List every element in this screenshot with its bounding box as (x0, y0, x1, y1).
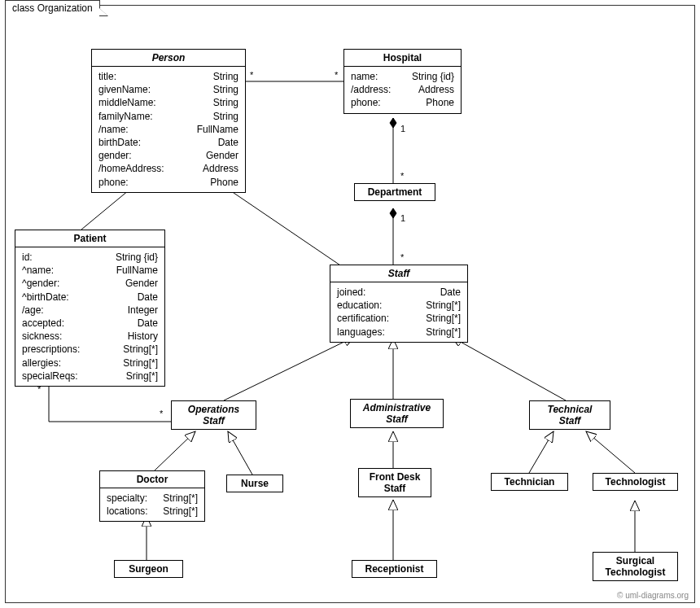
attr-row: joined:Date (337, 286, 461, 299)
class-administrative-staff-title: Administrative Staff (351, 400, 443, 427)
class-doctor-title: Doctor (100, 471, 204, 488)
class-front-desk-staff: Front Desk Staff (358, 468, 431, 497)
class-staff-title: Staff (330, 265, 467, 282)
class-department-title: Department (355, 184, 435, 200)
class-hospital: Hospital name:String {id}/address:Addres… (343, 49, 462, 114)
attr-row: title:String (98, 70, 238, 83)
diagram-frame: class Organization (0, 0, 700, 608)
class-technician: Technician (491, 473, 568, 491)
attr-row: middleName:String (98, 96, 238, 109)
attr-row: ^gender:Gender (22, 277, 158, 290)
attr-row: familyName:String (98, 110, 238, 123)
attr-row: education:String[*] (337, 299, 461, 312)
mult-dept-staff-n: * (400, 252, 404, 262)
class-hospital-title: Hospital (344, 50, 461, 67)
attr-row: birthDate:Date (98, 136, 238, 149)
class-technical-staff-title: Technical Staff (530, 401, 610, 429)
frame-label-text: class Organization (12, 2, 93, 14)
class-department: Department (354, 183, 435, 201)
mult-hosp-dept-n: * (400, 171, 404, 181)
attr-row: prescriptions:String[*] (22, 343, 158, 356)
class-patient: Patient id:String {id}^name:FullName^gen… (15, 230, 165, 387)
mult-patient-ops-right: * (160, 409, 163, 418)
class-surgeon-title: Surgeon (115, 561, 182, 577)
class-surgical-technologist: Surgical Technologist (593, 552, 678, 581)
attr-row: specialReqs:Sring[*] (22, 370, 158, 383)
attr-row: /age:Integer (22, 304, 158, 317)
class-person-attrs: title:StringgivenName:StringmiddleName:S… (92, 67, 245, 192)
class-technical-staff: Technical Staff (529, 400, 610, 430)
class-surgeon: Surgeon (114, 560, 183, 578)
attr-row: ^name:FullName (22, 264, 158, 277)
class-technologist: Technologist (593, 473, 678, 491)
attr-row: /name:FullName (98, 123, 238, 136)
class-surgical-technologist-title: Surgical Technologist (593, 553, 677, 580)
mult-dept-staff-1: 1 (400, 213, 405, 223)
class-receptionist-title: Receptionist (352, 561, 436, 577)
class-person-title: Person (92, 50, 245, 67)
class-doctor-attrs: specialty:String[*]locations:String[*] (100, 488, 204, 521)
attr-row: phone:Phone (98, 176, 238, 189)
mult-hosp-dept-1: 1 (400, 124, 405, 133)
class-front-desk-staff-title: Front Desk Staff (359, 469, 431, 496)
class-operations-staff: Operations Staff (171, 400, 256, 430)
class-administrative-staff: Administrative Staff (350, 399, 444, 428)
frame-label: class Organization (5, 0, 100, 15)
class-hospital-attrs: name:String {id}/address:Addressphone:Ph… (344, 67, 461, 113)
attr-row: certification:String[*] (337, 312, 461, 325)
class-nurse-title: Nurse (227, 475, 282, 492)
class-doctor: Doctor specialty:String[*]locations:Stri… (99, 470, 205, 522)
attr-row: givenName:String (98, 83, 238, 96)
attr-row: name:String {id} (351, 70, 454, 83)
class-patient-attrs: id:String {id}^name:FullName^gender:Gend… (15, 247, 164, 386)
attr-row: phone:Phone (351, 96, 454, 109)
attr-row: allergies:String[*] (22, 356, 158, 370)
attr-row: locations:String[*] (107, 505, 198, 518)
class-nurse: Nurse (226, 475, 283, 492)
attr-row: sickness:History (22, 330, 158, 343)
attr-row: id:String {id} (22, 251, 158, 264)
mult-person-hospital-left: * (250, 70, 253, 80)
mult-person-hospital-right: * (335, 70, 338, 80)
class-person: Person title:StringgivenName:Stringmiddl… (91, 49, 246, 193)
attr-row: /homeAddress:Address (98, 162, 238, 175)
attr-row: specialty:String[*] (107, 492, 198, 505)
class-technologist-title: Technologist (593, 474, 677, 490)
watermark: © uml-diagrams.org (617, 591, 689, 600)
class-patient-title: Patient (15, 230, 164, 247)
attr-row: /address:Address (351, 83, 454, 96)
attr-row: ^birthDate:Date (22, 291, 158, 304)
class-staff: Staff joined:Dateeducation:String[*]cert… (330, 265, 468, 343)
attr-row: accepted:Date (22, 317, 158, 330)
class-operations-staff-title: Operations Staff (172, 401, 256, 429)
attr-row: gender:Gender (98, 149, 238, 162)
attr-row: languages:String[*] (337, 326, 461, 339)
class-receptionist: Receptionist (352, 560, 437, 578)
class-staff-attrs: joined:Dateeducation:String[*]certificat… (330, 282, 467, 342)
class-technician-title: Technician (492, 474, 567, 490)
